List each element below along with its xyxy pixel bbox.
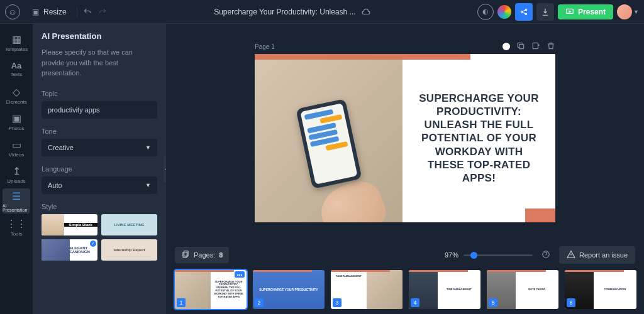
- thumb-1[interactable]: SUPERCHARGE YOUR PRODUCTIVITY: UNLEASH T…: [175, 270, 247, 309]
- duplicate-page-icon[interactable]: [516, 41, 525, 51]
- zoom-value: 97%: [445, 251, 458, 259]
- thumb-5[interactable]: NOTE TAKING 5: [487, 270, 558, 309]
- style-card-internship[interactable]: Internship Report: [101, 239, 157, 261]
- panel-instruction: Please specify so that we can provide yo…: [42, 47, 157, 78]
- zoom-slider-thumb[interactable]: [470, 252, 477, 259]
- rail-texts[interactable]: AaTexts: [3, 57, 30, 82]
- templates-icon: ▦: [12, 33, 21, 45]
- color-palette-button[interactable]: [497, 5, 511, 19]
- chevron-down-icon: ▼: [633, 9, 639, 15]
- language-select[interactable]: Auto ▼: [42, 176, 157, 194]
- thumb-3[interactable]: TASK MANAGEMENT 3: [331, 270, 402, 309]
- svg-rect-5: [533, 43, 538, 48]
- left-rail: ▦Templates AaTexts ◇Elements ▣Photos ▭Vi…: [0, 24, 33, 314]
- theme-button[interactable]: ◐: [477, 4, 494, 20]
- page-status-dot: [502, 43, 510, 50]
- style-label: Style: [42, 203, 157, 210]
- help-icon[interactable]: [541, 250, 550, 261]
- canvas-area: Page 1 SUPERCHARGE YOUR PRODUCTIVITY: UN…: [166, 24, 644, 314]
- download-button[interactable]: [536, 3, 554, 21]
- rail-uploads[interactable]: ↥Uploads: [3, 162, 30, 187]
- avatar: [617, 4, 632, 19]
- topic-input[interactable]: [42, 101, 157, 119]
- rail-videos[interactable]: ▭Videos: [3, 136, 30, 161]
- pages-icon: [181, 250, 190, 260]
- side-panel: AI Presentation Please specify so that w…: [33, 24, 166, 314]
- language-label: Language: [42, 165, 157, 173]
- slide-image: [255, 60, 402, 222]
- logo-icon[interactable]: ☺: [5, 4, 20, 19]
- document-title[interactable]: Supercharge Your Productivity: Unleash .…: [113, 7, 472, 17]
- svg-point-2: [525, 13, 526, 14]
- redo-icon[interactable]: [97, 7, 108, 17]
- resize-label: Resize: [43, 8, 67, 16]
- thumbnail-strip: SUPERCHARGE YOUR PRODUCTIVITY: UNLEASH T…: [166, 266, 644, 314]
- tools-icon: ⋮⋮: [6, 218, 26, 230]
- present-button[interactable]: Present: [558, 4, 613, 19]
- topic-label: Topic: [42, 90, 157, 97]
- videos-icon: ▭: [12, 139, 21, 151]
- cloud-icon: [361, 7, 371, 17]
- rail-elements[interactable]: ◇Elements: [3, 83, 30, 108]
- slide-heading: SUPERCHARGE YOUR PRODUCTIVITY: UNLEASH T…: [418, 92, 540, 185]
- uploads-icon: ↥: [13, 165, 21, 177]
- report-issue-button[interactable]: Report an issue: [559, 246, 635, 264]
- style-card-livine[interactable]: LIVINE MEETING: [101, 214, 157, 236]
- bottom-bar: Pages: 8 97% Report an issue: [166, 244, 644, 266]
- elements-icon: ◇: [13, 86, 20, 98]
- undo-icon[interactable]: [82, 7, 92, 17]
- thumb-2[interactable]: SUPERCHARGE YOUR PRODUCTIVITY 2: [253, 270, 325, 309]
- zoom-control: 97%: [445, 251, 533, 259]
- thumb-4[interactable]: TIME MANAGEMENT 4: [409, 270, 480, 309]
- thumb-6[interactable]: COMMUNICATION 6: [565, 270, 636, 309]
- warning-icon: [567, 250, 575, 260]
- tone-label: Tone: [42, 127, 157, 135]
- resize-button[interactable]: ▣ Resize: [25, 4, 72, 19]
- rail-tools[interactable]: ⋮⋮Tools: [3, 215, 30, 240]
- texts-icon: Aa: [11, 61, 22, 70]
- rail-ai-presentation[interactable]: ☰AI Presentation: [3, 188, 30, 214]
- slide-canvas[interactable]: SUPERCHARGE YOUR PRODUCTIVITY: UNLEASH T…: [255, 54, 555, 222]
- svg-rect-4: [519, 45, 524, 49]
- chevron-down-icon: ▼: [145, 182, 151, 188]
- page-label: Page 1: [255, 43, 275, 50]
- style-card-simple-black[interactable]: Simple Black: [42, 214, 97, 236]
- add-page-icon[interactable]: [531, 41, 540, 51]
- photos-icon: ▣: [12, 112, 21, 124]
- ai-presentation-icon: ☰: [12, 190, 21, 202]
- pages-count-pill[interactable]: Pages: 8: [175, 247, 229, 263]
- account-menu[interactable]: ▼: [617, 4, 639, 19]
- top-bar: ☺ ▣ Resize Supercharge Your Productivity…: [0, 0, 644, 24]
- panel-title: AI Presentation: [42, 31, 157, 41]
- share-button[interactable]: [515, 3, 533, 21]
- svg-point-0: [521, 11, 522, 12]
- resize-icon: ▣: [30, 7, 40, 17]
- thumb-more-icon[interactable]: •••: [235, 271, 245, 278]
- delete-page-icon[interactable]: [547, 41, 555, 51]
- rail-templates[interactable]: ▦Templates: [3, 30, 30, 55]
- rail-photos[interactable]: ▣Photos: [3, 109, 30, 134]
- style-card-elegant[interactable]: ELEGANT CAMPAIGN✓: [42, 239, 97, 261]
- zoom-slider[interactable]: [464, 254, 533, 256]
- chevron-down-icon: ▼: [145, 144, 151, 151]
- collapse-panel-button[interactable]: ◀: [164, 156, 166, 182]
- tone-select[interactable]: Creative ▼: [42, 139, 157, 156]
- svg-point-1: [525, 9, 526, 10]
